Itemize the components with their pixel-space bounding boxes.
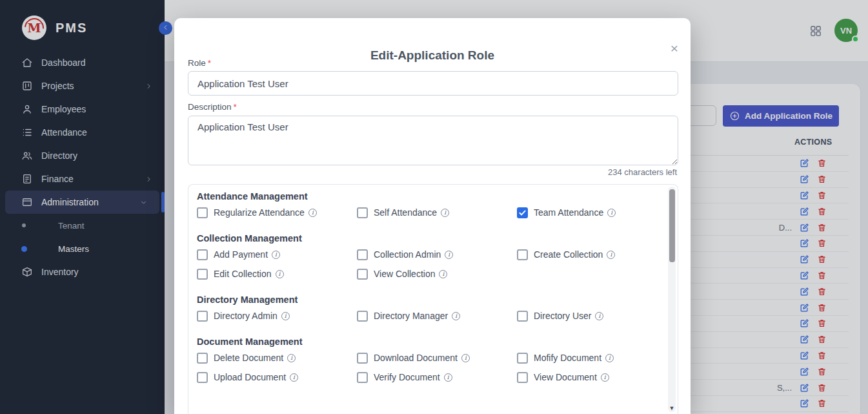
permission-section-collection-management: Collection Management Add Payment i Coll…	[197, 233, 658, 284]
checkbox-directory-user[interactable]	[517, 311, 528, 322]
permission-mofify-document[interactable]: Mofify Document i	[517, 348, 658, 367]
checkbox-directory-manager[interactable]	[357, 311, 368, 322]
info-icon: i	[276, 270, 284, 278]
info-icon: i	[439, 270, 447, 278]
role-input[interactable]	[188, 71, 678, 96]
char-counter: 234 characters left	[608, 167, 677, 177]
checkbox-add-payment[interactable]	[197, 249, 208, 260]
permission-directory-admin[interactable]: Directory Admin i	[197, 306, 357, 326]
checkbox-self-attendance[interactable]	[357, 207, 368, 218]
info-icon: i	[601, 373, 609, 382]
role-label: Role*	[188, 58, 211, 68]
info-icon: i	[605, 354, 614, 362]
close-icon: ×	[671, 41, 678, 56]
info-icon: i	[308, 209, 317, 217]
section-title: Directory Management	[197, 295, 658, 305]
checkbox-delete-document[interactable]	[197, 353, 208, 364]
checkbox-verify-document[interactable]	[357, 372, 368, 383]
permission-download-document[interactable]: Download Document i	[357, 348, 517, 367]
info-icon: i	[287, 354, 296, 362]
close-button[interactable]: ×	[666, 39, 683, 56]
permission-view-document[interactable]: View Document i	[517, 367, 658, 387]
permission-self-attendance[interactable]: Self Attendance i	[357, 203, 517, 222]
permissions-panel: Attendance Management Regularize Attenda…	[188, 184, 678, 414]
permission-directory-user[interactable]: Directory User i	[517, 306, 658, 326]
info-icon: i	[441, 209, 449, 217]
description-label: Description*	[188, 102, 237, 112]
checkbox-edit-collection[interactable]	[197, 269, 208, 280]
section-title: Document Management	[197, 336, 658, 347]
info-icon: i	[607, 209, 616, 217]
permission-section-document-management: Document Management Delete Document i Do…	[197, 336, 658, 387]
info-icon: i	[281, 312, 290, 320]
info-icon: i	[461, 354, 470, 362]
checkbox-upload-document[interactable]	[197, 372, 208, 383]
permission-delete-document[interactable]: Delete Document i	[197, 348, 357, 367]
checkbox-view-document[interactable]	[517, 372, 528, 383]
description-label-text: Description	[188, 102, 232, 112]
page: M PMS Dashboard Projects Employees Atten…	[0, 0, 868, 414]
required-asterisk: *	[208, 58, 211, 68]
checkbox-download-document[interactable]	[357, 353, 368, 364]
permission-regularize-attendance[interactable]: Regularize Attendance i	[197, 203, 357, 222]
permission-create-collection[interactable]: Create Collection i	[517, 245, 658, 264]
permission-upload-document[interactable]: Upload Document i	[197, 367, 357, 387]
permission-edit-collection[interactable]: Edit Collection i	[197, 264, 357, 284]
checkbox-view-collection[interactable]	[357, 269, 368, 280]
checkbox-mofify-document[interactable]	[517, 353, 528, 364]
edit-application-role-modal: Edit-Application Role × Role* Descriptio…	[174, 18, 691, 414]
required-asterisk: *	[234, 102, 237, 112]
permission-directory-manager[interactable]: Directory Manager i	[357, 306, 517, 326]
permission-view-collection[interactable]: View Collection i	[357, 264, 517, 284]
info-icon: i	[607, 251, 615, 259]
permission-add-payment[interactable]: Add Payment i	[197, 245, 357, 264]
permissions-list: Attendance Management Regularize Attenda…	[188, 185, 678, 387]
info-icon: i	[445, 251, 453, 259]
permission-collection-admin[interactable]: Collection Admin i	[357, 245, 517, 264]
permission-section-directory-management: Directory Management Directory Admin i D…	[197, 295, 658, 326]
checkbox-create-collection[interactable]	[517, 249, 528, 260]
permission-section-attendance-management: Attendance Management Regularize Attenda…	[197, 191, 658, 222]
info-icon: i	[444, 373, 452, 382]
permission-team-attendance[interactable]: Team Attendance i	[517, 203, 658, 222]
checkbox-collection-admin[interactable]	[357, 249, 368, 260]
checkbox-directory-admin[interactable]	[197, 311, 208, 322]
scrollbar-thumb[interactable]	[669, 189, 675, 262]
role-label-text: Role	[188, 58, 206, 68]
info-icon: i	[290, 373, 298, 382]
modal-title: Edit-Application Role	[174, 48, 691, 63]
info-icon: i	[452, 312, 460, 320]
checkbox-team-attendance[interactable]	[517, 207, 528, 218]
info-icon: i	[272, 251, 280, 259]
checkbox-regularize-attendance[interactable]	[197, 207, 208, 218]
section-title: Attendance Management	[197, 191, 658, 202]
scrollbar[interactable]: ▼	[668, 187, 676, 412]
scroll-down-arrow-icon[interactable]: ▼	[668, 405, 676, 411]
permission-verify-document[interactable]: Verify Document i	[357, 367, 517, 387]
info-icon: i	[595, 312, 603, 320]
section-title: Collection Management	[197, 233, 658, 243]
description-textarea[interactable]: Application Test User	[188, 116, 678, 165]
